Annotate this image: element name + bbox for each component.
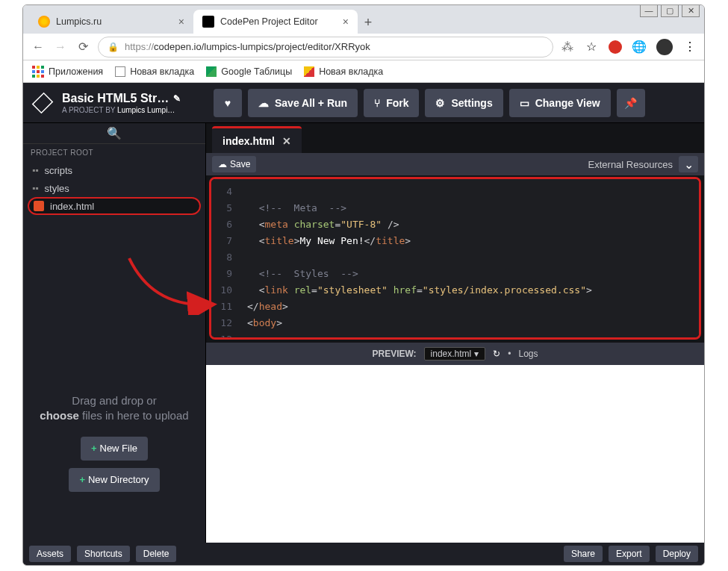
tab-strip: Lumpics.ru × CodePen Project Editor × + <box>23 5 704 34</box>
editor-toolbar: ☁Save External Resources ⌄ <box>206 153 704 175</box>
bottom-bar: Assets Shortcuts Delete Share Export Dep… <box>23 543 704 565</box>
cloud-icon: ☁ <box>218 159 227 169</box>
pin-icon: 📌 <box>624 97 637 109</box>
bookmark-item[interactable]: Новая вкладка <box>304 66 383 77</box>
minimize-button[interactable]: — <box>640 4 658 17</box>
shortcuts-button[interactable]: Shortcuts <box>77 546 130 562</box>
chevron-down-icon: ▾ <box>474 349 479 359</box>
editor-panel: index.html ✕ ☁Save External Resources ⌄ … <box>206 123 704 543</box>
preview-pane[interactable] <box>206 365 704 543</box>
main: 🔍 PROJECT ROOT ▪▪scripts ▪▪styles index.… <box>23 123 704 543</box>
sheets-icon <box>206 66 217 77</box>
logs-button[interactable]: Logs <box>519 349 538 359</box>
pin-button[interactable]: 📌 <box>617 89 645 117</box>
tab-title: CodePen Project Editor <box>220 16 337 27</box>
project-root-label: PROJECT ROOT <box>23 144 205 161</box>
file-tabs: index.html ✕ <box>206 123 704 153</box>
external-resources-label[interactable]: External Resources <box>588 159 673 170</box>
apps-button[interactable]: Приложения <box>32 66 103 78</box>
cloud-icon: ☁ <box>258 97 269 109</box>
chevron-down-icon: ⌄ <box>684 157 694 172</box>
extension-globe-icon[interactable]: 🌐 <box>632 40 646 54</box>
delete-button[interactable]: Delete <box>136 546 177 562</box>
url-input[interactable]: 🔒 https://codepen.io/lumpics-lumpics/pro… <box>98 37 553 57</box>
code-content: <!-- Meta --> <meta charset="UTF-8" /> <… <box>211 179 699 340</box>
translate-icon[interactable]: ⁂ <box>561 40 574 54</box>
save-run-button[interactable]: ☁Save All + Run <box>248 89 358 117</box>
menu-icon[interactable]: ⋮ <box>683 40 697 54</box>
deploy-button[interactable]: Deploy <box>656 546 698 562</box>
file-index-html[interactable]: index.html <box>28 197 201 215</box>
window-controls: — ▢ ✕ <box>640 4 700 17</box>
close-window-button[interactable]: ✕ <box>682 4 700 17</box>
search-icon: 🔍 <box>107 126 122 140</box>
browser-window: — ▢ ✕ Lumpics.ru × CodePen Project Edito… <box>22 4 705 566</box>
bookmark-item[interactable]: Новая вкладка <box>115 66 194 77</box>
folder-styles[interactable]: ▪▪styles <box>28 179 201 197</box>
bookmarks-bar: Приложения Новая вкладка Google Таблицы … <box>23 60 704 83</box>
heart-icon: ♥ <box>225 97 231 109</box>
external-resources-toggle[interactable]: ⌄ <box>679 156 698 172</box>
codepen-logo-icon <box>29 90 56 116</box>
close-tab-icon[interactable]: × <box>178 16 184 28</box>
sidebar: 🔍 PROJECT ROOT ▪▪scripts ▪▪styles index.… <box>23 123 206 543</box>
fork-button[interactable]: ⑂Fork <box>364 89 419 117</box>
preview-file-select[interactable]: index.html▾ <box>424 347 486 361</box>
edit-icon[interactable]: ✎ <box>173 93 181 104</box>
folder-icon: ▪▪ <box>32 165 39 175</box>
file-tab-index[interactable]: index.html ✕ <box>212 126 302 153</box>
new-file-button[interactable]: +New File <box>81 437 148 461</box>
folder-icon: ▪▪ <box>32 183 39 193</box>
dot-icon: • <box>508 349 511 359</box>
change-view-button[interactable]: ▭Change View <box>509 89 611 117</box>
browser-tab-lumpics[interactable]: Lumpics.ru × <box>29 10 193 34</box>
html-file-icon <box>34 201 44 211</box>
page-icon <box>115 66 125 77</box>
topbar: Basic HTML5 Str… ✎ A PROJECT BY Lumpics … <box>23 83 704 123</box>
forward-button[interactable]: → <box>53 40 68 54</box>
page-icon <box>304 66 314 77</box>
url-text: https://codepen.io/lumpics-lumpics/proje… <box>125 41 544 52</box>
star-icon[interactable]: ☆ <box>585 40 598 54</box>
apps-icon <box>32 66 44 78</box>
file-tree: ▪▪scripts ▪▪styles index.html <box>23 161 205 215</box>
project-search[interactable]: 🔍 <box>23 123 205 144</box>
line-gutter: 45678910111213 <box>211 179 240 340</box>
back-button[interactable]: ← <box>31 40 46 54</box>
favicon-icon <box>38 16 50 28</box>
close-tab-icon[interactable]: × <box>343 16 349 28</box>
preview-bar: PREVIEW: index.html▾ ↻ • Logs <box>206 343 704 365</box>
save-button[interactable]: ☁Save <box>212 156 256 172</box>
preview-label: PREVIEW: <box>372 349 416 359</box>
layout-icon: ▭ <box>520 97 529 109</box>
assets-button[interactable]: Assets <box>29 546 71 562</box>
address-bar: ← → ⟳ 🔒 https://codepen.io/lumpics-lumpi… <box>23 34 704 60</box>
project-title: Basic HTML5 Str… ✎ A PROJECT BY Lumpics … <box>62 92 208 114</box>
extension-opera-icon[interactable] <box>609 40 622 54</box>
fork-icon: ⑂ <box>374 97 380 109</box>
maximize-button[interactable]: ▢ <box>661 4 679 17</box>
bookmark-item[interactable]: Google Таблицы <box>206 66 292 77</box>
settings-button[interactable]: ⚙Settings <box>425 89 503 117</box>
preview-refresh-button[interactable]: ↻ <box>493 349 500 359</box>
profile-avatar[interactable] <box>656 39 673 55</box>
share-button[interactable]: Share <box>564 546 603 562</box>
export-button[interactable]: Export <box>609 546 650 562</box>
tab-title: Lumpics.ru <box>56 16 172 27</box>
gear-icon: ⚙ <box>435 97 445 109</box>
close-file-icon[interactable]: ✕ <box>282 135 291 147</box>
drop-area[interactable]: Drag and drop or choose files in here to… <box>23 381 205 543</box>
folder-scripts[interactable]: ▪▪scripts <box>28 161 201 179</box>
new-tab-button[interactable]: + <box>358 11 379 34</box>
favicon-icon <box>202 16 214 28</box>
like-button[interactable]: ♥ <box>214 89 242 117</box>
reload-button[interactable]: ⟳ <box>75 40 90 54</box>
codepen-app: Basic HTML5 Str… ✎ A PROJECT BY Lumpics … <box>23 83 704 565</box>
lock-icon: 🔒 <box>108 42 119 52</box>
new-directory-button[interactable]: +New Directory <box>69 468 159 492</box>
browser-tab-codepen[interactable]: CodePen Project Editor × <box>193 10 358 34</box>
code-editor[interactable]: 45678910111213 <!-- Meta --> <meta chars… <box>209 177 701 340</box>
